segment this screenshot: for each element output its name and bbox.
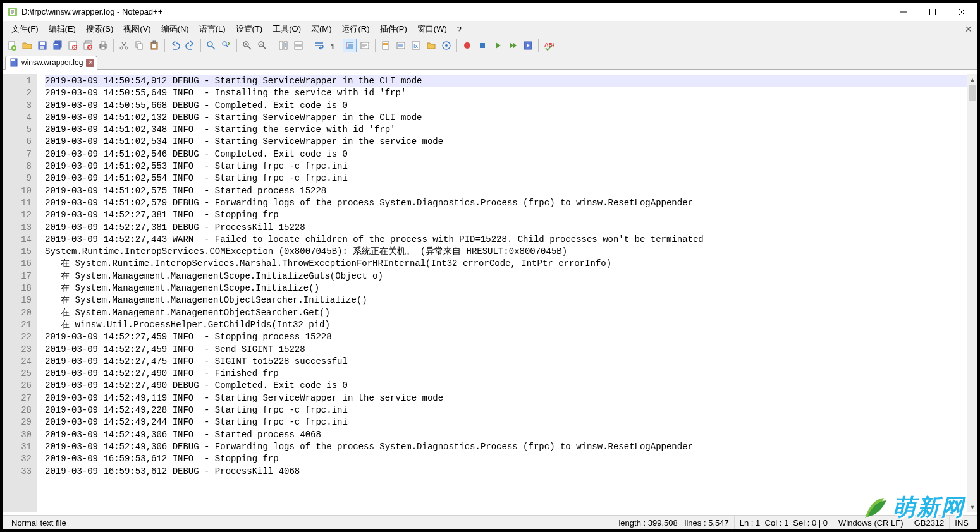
menu-settings[interactable]: 设置(T) [231, 21, 268, 37]
tab-active[interactable]: winsw.wrapper.log ✕ [5, 56, 97, 70]
scroll-up-icon[interactable]: ▲ [967, 74, 977, 85]
toolbar-separator [113, 39, 114, 52]
zoom-out-icon[interactable] [255, 39, 269, 52]
svg-rect-47 [11, 59, 15, 61]
function-list-icon[interactable]: fx [409, 39, 423, 52]
zoom-in-icon[interactable] [240, 39, 254, 52]
indent-guide-icon[interactable] [343, 39, 357, 52]
window-title: D:\frpc\winsw.wrapper.log - Notepad++ [21, 7, 889, 16]
save-all-icon[interactable] [51, 39, 64, 52]
svg-rect-17 [101, 47, 105, 49]
minimize-button[interactable] [889, 3, 918, 21]
record-macro-icon[interactable] [460, 39, 474, 52]
menu-window[interactable]: 窗口(W) [412, 21, 452, 37]
svg-point-25 [207, 42, 212, 47]
svg-rect-1 [930, 9, 936, 15]
toolbar-separator [236, 39, 237, 52]
status-bar: Normal text file length : 399,508 lines … [3, 515, 977, 529]
svg-point-41 [445, 44, 448, 47]
user-lang-icon[interactable] [358, 39, 372, 52]
svg-text:fx: fx [413, 43, 419, 49]
sync-hscroll-icon[interactable] [291, 39, 305, 52]
vertical-scrollbar[interactable]: ▲ ▼ [967, 74, 977, 512]
svg-rect-16 [101, 42, 105, 45]
menu-file[interactable]: 文件(F) [6, 21, 44, 37]
toolbar-separator [164, 39, 165, 52]
watermark: 萌新网 [859, 492, 965, 523]
menu-tools[interactable]: 工具(O) [267, 21, 306, 37]
code-editor[interactable]: 2019-03-09 14:50:54,912 DEBUG - Starting… [37, 74, 967, 512]
close-all-icon[interactable] [81, 39, 95, 52]
svg-rect-31 [295, 42, 302, 45]
svg-rect-5 [40, 42, 45, 45]
svg-rect-24 [152, 44, 156, 48]
stop-macro-icon[interactable] [475, 39, 489, 52]
menu-macro[interactable]: 宏(M) [306, 21, 337, 37]
close-button[interactable] [947, 3, 976, 21]
toolbar-separator [456, 39, 457, 52]
wordwrap-icon[interactable] [312, 39, 326, 52]
menu-language[interactable]: 语言(L) [194, 21, 231, 37]
show-all-chars-icon[interactable]: ¶ [328, 39, 341, 52]
svg-text:ABC: ABC [544, 42, 554, 48]
monitoring-icon[interactable] [439, 39, 453, 52]
menu-help[interactable]: ? [452, 23, 467, 36]
cut-icon[interactable] [117, 39, 131, 52]
play-macro-icon[interactable] [491, 39, 505, 52]
tab-strip: winsw.wrapper.log ✕ [3, 54, 977, 70]
tab-close-icon[interactable]: ✕ [86, 59, 94, 67]
leaf-icon [859, 493, 889, 523]
svg-rect-43 [480, 43, 485, 48]
doc-map-icon[interactable] [379, 39, 393, 52]
toolbar-separator [200, 39, 201, 52]
toolbar-separator [273, 39, 273, 52]
menu-edit[interactable]: 编辑(E) [44, 21, 81, 37]
editor-area: 1234567891011121314151617181920212223242… [3, 74, 977, 512]
doc-list-icon[interactable] [394, 39, 408, 52]
redo-icon[interactable] [183, 39, 197, 52]
open-file-icon[interactable] [20, 39, 34, 52]
svg-rect-21 [138, 44, 142, 49]
spellcheck-icon[interactable]: ABC [542, 39, 556, 52]
toolbar-separator [309, 39, 309, 52]
menu-view[interactable]: 视图(V) [118, 21, 156, 37]
watermark-text: 萌新网 [893, 492, 965, 523]
scroll-down-icon[interactable]: ▼ [967, 502, 977, 512]
svg-rect-29 [279, 42, 283, 49]
tab-label: winsw.wrapper.log [21, 58, 83, 67]
status-filetype: Normal text file [6, 516, 95, 529]
save-icon[interactable] [35, 39, 49, 52]
copy-icon[interactable] [132, 39, 146, 52]
file-icon [9, 58, 18, 67]
maximize-button[interactable] [918, 3, 947, 21]
menu-run[interactable]: 运行(R) [336, 21, 374, 37]
scroll-track[interactable] [967, 85, 977, 502]
print-icon[interactable] [96, 39, 110, 52]
toolbar-separator [375, 39, 376, 52]
svg-rect-35 [383, 42, 389, 49]
svg-text:¶: ¶ [331, 42, 334, 49]
menu-encoding[interactable]: 编码(N) [156, 21, 194, 37]
toolbar: ¶ fx ABC [3, 37, 977, 54]
menu-plugins[interactable]: 插件(P) [375, 21, 412, 37]
svg-rect-6 [40, 46, 44, 49]
replace-icon[interactable] [219, 39, 233, 52]
scroll-thumb[interactable] [969, 85, 976, 101]
document-close-icon[interactable]: ✕ [965, 24, 972, 34]
window-controls [889, 3, 976, 21]
find-icon[interactable] [204, 39, 218, 52]
undo-icon[interactable] [168, 39, 182, 52]
folder-workspace-icon[interactable] [424, 39, 438, 52]
play-multi-icon[interactable] [506, 39, 520, 52]
svg-rect-23 [153, 41, 156, 43]
menu-search[interactable]: 搜索(S) [81, 21, 118, 37]
close-file-icon[interactable] [66, 39, 80, 52]
line-number-gutter: 1234567891011121314151617181920212223242… [3, 74, 37, 512]
paste-icon[interactable] [147, 39, 161, 52]
save-macro-icon[interactable] [521, 39, 535, 52]
menu-bar: 文件(F) 编辑(E) 搜索(S) 视图(V) 编码(N) 语言(L) 设置(T… [3, 21, 977, 37]
sync-vscroll-icon[interactable] [276, 39, 290, 52]
new-file-icon[interactable] [5, 39, 19, 52]
status-length: length : 399,508 lines : 5,547 [613, 516, 734, 529]
svg-rect-30 [284, 42, 287, 49]
